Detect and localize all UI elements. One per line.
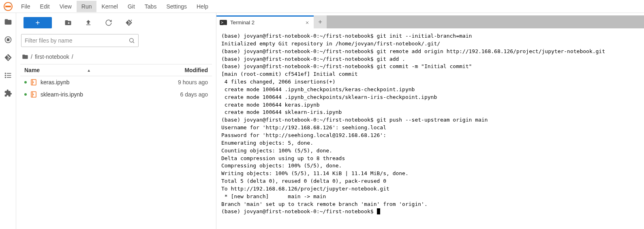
file-name: sklearn-iris.ipynb xyxy=(41,91,83,98)
file-name: keras.ipynb xyxy=(41,79,70,86)
menu-file[interactable]: File xyxy=(16,1,35,12)
file-row[interactable]: keras.ipynb 9 hours ago xyxy=(20,76,212,88)
menu-help[interactable]: Help xyxy=(192,1,213,12)
breadcrumb[interactable]: / first-notebook / xyxy=(20,51,212,64)
new-folder-icon[interactable] xyxy=(64,19,72,27)
svg-point-9 xyxy=(5,75,6,76)
tab-title: Terminal 2 xyxy=(230,19,255,26)
file-row[interactable]: sklearn-iris.ipynb 6 days ago xyxy=(20,88,212,101)
extensions-icon[interactable] xyxy=(3,88,13,98)
listing-header[interactable]: Name ▲ Modified xyxy=(20,64,212,76)
cursor-icon xyxy=(377,208,380,214)
git-icon[interactable] xyxy=(3,53,13,62)
sort-ascending-icon: ▲ xyxy=(87,68,91,73)
filter-input-wrap[interactable] xyxy=(21,34,139,47)
filter-input[interactable] xyxy=(25,37,128,44)
notebook-icon xyxy=(30,79,37,86)
menu-edit[interactable]: Edit xyxy=(35,1,55,12)
menu-settings[interactable]: Settings xyxy=(161,1,192,12)
menu-bar: FileEditViewRunKernelGitTabsSettingsHelp xyxy=(0,0,644,13)
terminal-output[interactable]: (base) jovyan@first-notebook-0:~/first-n… xyxy=(216,28,644,229)
notebook-icon xyxy=(30,91,37,98)
jupyter-logo[interactable] xyxy=(0,2,16,11)
content-area: >_ Terminal 2 (base) jovyan@first-notebo… xyxy=(216,13,644,229)
file-modified: 9 hours ago xyxy=(178,79,208,86)
menu-git[interactable]: Git xyxy=(123,1,140,12)
running-indicator-icon xyxy=(24,81,27,83)
header-modified[interactable]: Modified xyxy=(184,67,208,73)
breadcrumb-root[interactable]: / xyxy=(31,54,32,60)
git-clone-icon[interactable] xyxy=(125,19,133,27)
file-browser: / first-notebook / Name ▲ Modified keras… xyxy=(16,13,216,229)
terminal-icon: >_ xyxy=(220,20,227,25)
svg-point-10 xyxy=(5,77,6,78)
add-tab-button[interactable] xyxy=(314,15,327,28)
svg-point-12 xyxy=(130,39,133,42)
running-icon[interactable] xyxy=(3,35,13,45)
folder-icon xyxy=(22,54,28,60)
breadcrumb-folder[interactable]: first-notebook xyxy=(35,54,69,60)
menu-view[interactable]: View xyxy=(55,1,77,12)
folder-icon[interactable] xyxy=(3,17,13,27)
close-icon[interactable] xyxy=(305,20,310,25)
new-launcher-button[interactable] xyxy=(24,17,52,28)
menu-kernel[interactable]: Kernel xyxy=(96,1,122,12)
menu-run[interactable]: Run xyxy=(77,1,97,12)
search-icon xyxy=(128,37,135,44)
menu-tabs[interactable]: Tabs xyxy=(140,1,162,12)
header-name[interactable]: Name xyxy=(24,67,40,73)
file-modified: 6 days ago xyxy=(180,91,208,98)
breadcrumb-trail: / xyxy=(72,54,73,60)
svg-line-13 xyxy=(133,42,134,43)
refresh-icon[interactable] xyxy=(105,19,113,27)
upload-icon[interactable] xyxy=(84,19,92,27)
toc-icon[interactable] xyxy=(3,71,13,80)
svg-point-2 xyxy=(5,9,6,10)
activity-bar xyxy=(0,13,16,229)
running-indicator-icon xyxy=(24,93,27,96)
main-row: / first-notebook / Name ▲ Modified keras… xyxy=(0,13,644,229)
file-browser-toolbar xyxy=(20,17,212,32)
tab-bar: >_ Terminal 2 xyxy=(216,15,644,28)
svg-point-1 xyxy=(11,2,12,4)
svg-rect-4 xyxy=(7,39,9,41)
svg-point-8 xyxy=(5,73,6,74)
tab-terminal[interactable]: >_ Terminal 2 xyxy=(216,15,314,28)
